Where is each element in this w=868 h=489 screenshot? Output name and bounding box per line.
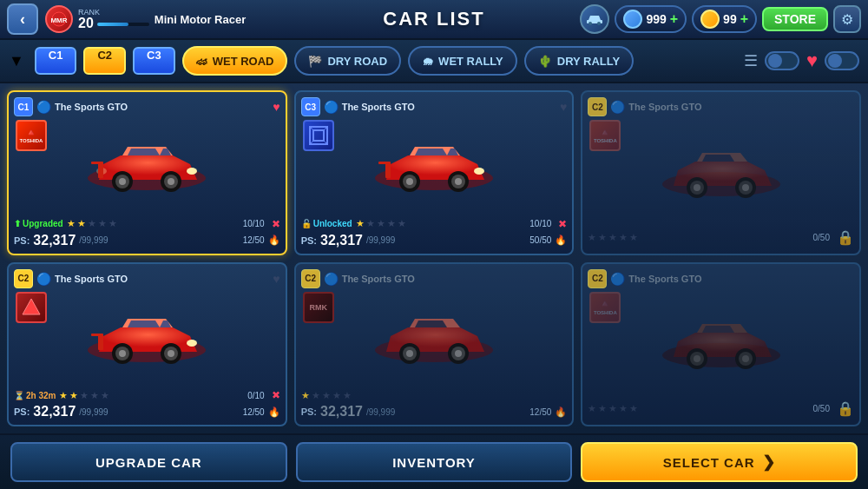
card-footer-1: ⬆ Upgraded ★ ★ ★ ★ ★ 10/10 ✖ PS: 32,317 … [14,218,280,248]
star-4-2: ★ [69,390,78,401]
car-favorite-2[interactable]: ♥ [560,100,567,114]
car-image-area-3: 🔺 TOSHIDA [588,120,854,226]
delete-icon-4[interactable]: ✖ [272,389,280,401]
card-footer-5: ★ ★ ★ ★ ★ PS: 32,317 /99,999 12/50 🔥 [301,390,568,420]
car-name-6: The Sports GTO [628,274,854,284]
wet-road-icon: 🏎 [196,55,207,68]
filter-icon[interactable]: ▼ [9,52,24,70]
car-card-2[interactable]: C3 🔵 The Sports GTO ♥ [294,90,575,255]
car-card-5[interactable]: C2 🔵 The Sports GTO RMK [294,262,575,427]
svg-point-29 [455,178,462,185]
star-2-5: ★ [398,218,406,229]
car-card-1[interactable]: C1 🔵 The Sports GTO ♥ 🔺 TOSHIDA [7,90,287,255]
star-6-3: ★ [608,403,617,414]
svg-text:MMR: MMR [50,17,67,24]
upgrade-arrow-icon: ⬆ [14,219,21,228]
parts-count-6: 0/50 [813,404,830,413]
card-track-icon-1: 🔵 [36,100,51,114]
car-name-1: The Sports GTO [55,102,269,112]
store-button[interactable]: STORE [762,7,828,31]
car-image-5 [365,308,503,369]
ps-fuel-4: 🔥 [268,406,280,418]
chevron-right-icon: ❯ [762,453,776,472]
delete-icon-2[interactable]: ✖ [558,218,567,230]
car-logo-2 [303,120,334,151]
car-name-3: The Sports GTO [628,102,854,112]
car-image-area-1: 🔺 TOSHIDA [14,120,280,215]
track-filter-wet-road[interactable]: 🏎 WET ROAD [182,46,288,76]
star-3-2: ★ [598,232,607,243]
car-card-6[interactable]: C2 🔵 The Sports GTO 🔺 TOSHIDA [581,262,861,427]
car-card-3[interactable]: C2 🔵 The Sports GTO 🔺 TOSHIDA [581,90,861,255]
silver-currency[interactable]: 999 + [615,5,687,33]
rank-area: RANK 20 [78,8,149,30]
status-row-1: ⬆ Upgraded ★ ★ ★ ★ ★ 10/10 ✖ [14,218,280,230]
card-track-icon-5: 🔵 [324,272,339,286]
ps-max-1: /99,999 [79,235,108,245]
dry-road-label: DRY ROAD [327,55,387,68]
ps-label-2: PS: [301,235,317,246]
car-icon-button[interactable] [580,4,609,34]
track-filter-dry-rally[interactable]: 🌵 DRY RALLY [524,46,634,76]
star-4-4: ★ [90,390,99,401]
parts-count-3: 0/50 [813,233,830,242]
car-logo-6: 🔺 TOSHIDA [589,292,621,323]
favorites-toggle[interactable] [825,51,859,70]
star-4-3: ★ [80,390,89,401]
select-car-button[interactable]: SELECT CAR ❯ [581,442,858,482]
add-gold-button[interactable]: + [740,11,748,27]
svg-rect-30 [385,162,391,178]
parts-count-2: 10/10 [529,219,551,228]
wet-rally-label: WET RALLY [438,55,503,68]
ps-row-4: PS: 32,317 /99,999 12/50 🔥 [14,404,280,420]
back-button[interactable]: ‹ [7,3,38,35]
gold-amount: 99 [723,12,737,26]
svg-point-43 [119,350,126,357]
card-footer-6: ★ ★ ★ ★ ★ 0/50 🔒 [588,400,854,420]
star-5-4: ★ [332,390,341,401]
class-filter-c3[interactable]: C3 [133,47,175,75]
logo-area: MMR RANK 20 Mini Motor Racer [45,5,246,33]
star-6-1: ★ [588,403,596,414]
star-4-5: ★ [101,390,109,401]
svg-point-3 [589,22,592,25]
class-filter-c1[interactable]: C1 [35,47,77,75]
view-toggle[interactable] [765,51,799,70]
gold-currency[interactable]: 99 + [692,5,757,33]
svg-point-6 [187,168,197,175]
car-logo-1: 🔺 TOSHIDA [16,120,47,151]
filter-bar: ▼ C1 C2 C3 🏎 WET ROAD 🏁 DRY ROAD 🌧 WET R… [0,40,868,83]
stars-2: ★ ★ ★ ★ ★ [356,218,406,229]
card-header-1: C1 🔵 The Sports GTO ♥ [14,97,280,116]
track-filter-dry-road[interactable]: 🏁 DRY ROAD [294,46,401,76]
settings-button[interactable]: ⚙ [833,5,861,33]
car-status-1: ⬆ Upgraded [14,219,63,228]
ps-max-4: /99,999 [79,407,108,417]
ps-value-5: 32,317 [320,404,363,420]
svg-point-13 [168,178,174,185]
star-5-5: ★ [343,390,352,401]
add-silver-button[interactable]: + [670,11,678,27]
car-card-4[interactable]: C2 🔵 The Sports GTO ♥ [7,262,287,427]
inventory-button[interactable]: INVENTORY [296,442,573,482]
car-favorite-4[interactable]: ♥ [273,272,279,286]
track-filter-wet-rally[interactable]: 🌧 WET RALLY [408,46,517,76]
rank-number: 20 [78,17,94,30]
car-favorite-1[interactable]: ♥ [273,100,279,114]
ps-label-4: PS: [14,406,30,417]
select-car-label: SELECT CAR [663,455,755,470]
star-1: ★ [67,218,76,229]
status-row-5: ★ ★ ★ ★ ★ [301,390,568,401]
favorites-heart-icon[interactable]: ♥ [806,50,818,72]
star-2-3: ★ [377,218,385,229]
svg-point-55 [455,350,462,357]
class-badge-4: C2 [14,269,33,288]
upgrade-car-button[interactable]: UPGRADE CAR [10,442,287,482]
class-filter-c2[interactable]: C2 [83,47,126,75]
timer-icon: ⏳ [14,391,24,400]
status-row-6: ★ ★ ★ ★ ★ 0/50 🔒 [588,400,854,417]
ps-fuel-1: 🔥 [268,235,280,246]
stars-4: ★ ★ ★ ★ ★ [59,390,109,401]
dry-rally-icon: 🌵 [538,55,552,68]
delete-icon-1[interactable]: ✖ [272,218,280,230]
